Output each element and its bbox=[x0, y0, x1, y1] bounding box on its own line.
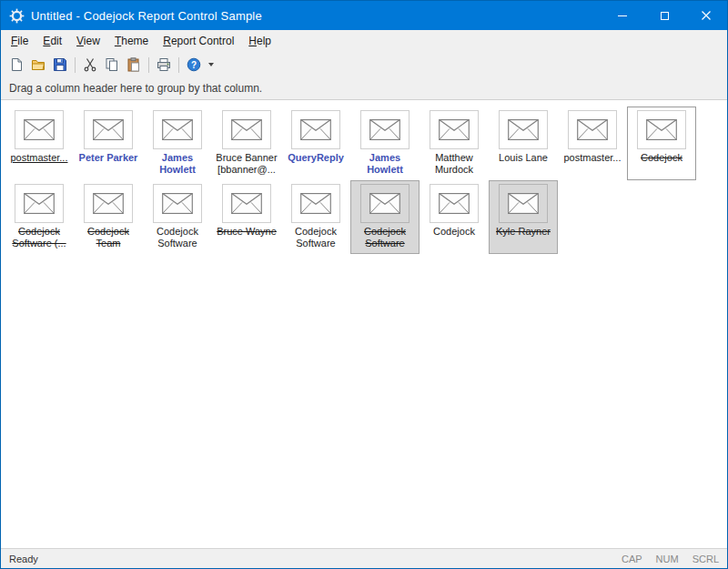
mail-item[interactable]: postmaster... bbox=[559, 107, 626, 179]
mail-icon-box bbox=[360, 110, 410, 149]
minimize-button[interactable] bbox=[602, 1, 643, 30]
mail-item[interactable]: Kyle Rayner bbox=[490, 181, 557, 253]
mail-item-label: Codejock Software bbox=[352, 226, 418, 249]
mail-icon-box bbox=[222, 110, 271, 149]
window-controls bbox=[602, 1, 727, 30]
help-icon: ? bbox=[187, 57, 201, 72]
mail-item-label: Peter Parker bbox=[79, 152, 138, 164]
mail-item-label: Codejock Team bbox=[76, 226, 141, 249]
save-icon bbox=[53, 57, 67, 72]
status-ready-text: Ready bbox=[9, 554, 38, 564]
title-bar: Untitled - Codejock Report Control Sampl… bbox=[1, 1, 727, 30]
mail-item-label: Codejock bbox=[641, 152, 682, 164]
envelope-icon bbox=[231, 119, 262, 140]
mail-item[interactable]: Matthew Murdock bbox=[420, 107, 488, 179]
envelope-icon bbox=[162, 119, 193, 140]
menu-item-help[interactable]: Help bbox=[241, 32, 278, 50]
mail-icon-box bbox=[84, 184, 133, 223]
mail-item[interactable]: James Howlett bbox=[351, 107, 419, 179]
num-lock-indicator: NUM bbox=[656, 554, 679, 564]
menu-item-edit[interactable]: Edit bbox=[35, 32, 69, 50]
report-control-content: postmaster... Peter Parker James Howlett bbox=[1, 100, 727, 548]
menu-bar: File Edit View Theme Report Control Help bbox=[1, 30, 727, 52]
mail-icon-box bbox=[430, 184, 479, 223]
mail-item[interactable]: Codejock Software bbox=[144, 181, 211, 253]
open-folder-button[interactable] bbox=[27, 55, 49, 76]
envelope-icon bbox=[300, 193, 331, 214]
close-icon bbox=[702, 11, 711, 20]
copy-icon bbox=[105, 57, 119, 72]
mail-item[interactable]: Codejock bbox=[628, 107, 695, 179]
help-dropdown-button[interactable] bbox=[205, 55, 216, 76]
mail-item-label: QueryReply bbox=[288, 152, 344, 164]
mail-item-label: Codejock Software bbox=[145, 226, 210, 249]
mail-item[interactable]: QueryReply bbox=[282, 107, 349, 179]
mail-item[interactable]: Codejock Software bbox=[282, 181, 349, 253]
envelope-icon bbox=[24, 193, 55, 214]
maximize-button[interactable] bbox=[643, 1, 685, 30]
mail-icon-box bbox=[15, 110, 64, 149]
mail-icon-box bbox=[499, 184, 548, 223]
menu-item-theme[interactable]: Theme bbox=[107, 32, 156, 50]
print-button[interactable] bbox=[153, 55, 175, 76]
mail-item[interactable]: James Howlett bbox=[144, 107, 211, 179]
mail-icon-box bbox=[430, 110, 479, 149]
status-bar: Ready CAP NUM SCRL bbox=[1, 548, 727, 568]
mail-item[interactable]: Codejock Software bbox=[351, 181, 419, 253]
toolbar-separator bbox=[178, 57, 179, 73]
mail-item[interactable]: Codejock bbox=[420, 181, 488, 253]
mail-item-label: James Howlett bbox=[352, 152, 418, 176]
svg-text:?: ? bbox=[191, 60, 197, 70]
mail-icon-box bbox=[84, 110, 133, 149]
mail-item-label: Louis Lane bbox=[499, 152, 548, 164]
mail-item[interactable]: Codejock Team bbox=[75, 181, 142, 253]
mail-item[interactable]: Codejock Software (... bbox=[5, 181, 73, 253]
cut-button[interactable] bbox=[79, 55, 101, 76]
maximize-icon bbox=[661, 12, 669, 20]
mail-item-label: postmaster... bbox=[564, 152, 622, 164]
mail-item[interactable]: postmaster... bbox=[5, 107, 73, 179]
mail-item[interactable]: Louis Lane bbox=[490, 107, 557, 179]
group-by-hint-text: Drag a column header here to group by th… bbox=[9, 82, 262, 95]
mail-icon-box bbox=[153, 184, 202, 223]
toolbar-separator bbox=[148, 57, 149, 73]
toolbar-separator bbox=[75, 57, 76, 73]
envelope-icon bbox=[93, 119, 124, 140]
mail-item-label: James Howlett bbox=[145, 152, 210, 176]
help-button[interactable]: ? bbox=[183, 55, 205, 76]
menu-item-view[interactable]: View bbox=[69, 32, 107, 50]
envelope-icon bbox=[508, 193, 539, 214]
mail-item[interactable]: Bruce Wayne bbox=[213, 181, 280, 253]
close-button[interactable] bbox=[685, 1, 727, 30]
mail-icon-box bbox=[291, 184, 340, 223]
menu-item-file[interactable]: File bbox=[4, 32, 35, 50]
window-title: Untitled - Codejock Report Control Sampl… bbox=[31, 9, 262, 23]
mail-item[interactable]: Bruce Banner [bbanner@... bbox=[213, 107, 280, 179]
mail-item[interactable]: Peter Parker bbox=[75, 107, 142, 179]
group-by-bar[interactable]: Drag a column header here to group by th… bbox=[1, 77, 727, 100]
envelope-icon bbox=[439, 193, 470, 214]
new-document-button[interactable] bbox=[5, 55, 27, 76]
mail-item-label: Kyle Rayner bbox=[496, 226, 551, 238]
mail-item-label: Codejock bbox=[433, 226, 475, 238]
mail-item-label: postmaster... bbox=[11, 152, 68, 164]
mail-icon-box bbox=[568, 110, 617, 149]
paste-clipboard-icon bbox=[126, 57, 141, 72]
save-button[interactable] bbox=[49, 55, 71, 76]
mail-item-label: Bruce Wayne bbox=[217, 226, 277, 238]
app-gear-icon bbox=[9, 8, 25, 24]
mail-grid: postmaster... Peter Parker James Howlett bbox=[1, 100, 727, 260]
new-document-icon bbox=[9, 57, 24, 72]
envelope-icon bbox=[508, 119, 539, 140]
envelope-icon bbox=[300, 119, 331, 140]
copy-button[interactable] bbox=[101, 55, 123, 76]
menu-item-report-control[interactable]: Report Control bbox=[156, 32, 241, 50]
mail-icon-box bbox=[360, 184, 410, 223]
envelope-icon bbox=[162, 193, 193, 214]
envelope-icon bbox=[439, 119, 470, 140]
chevron-down-icon bbox=[208, 63, 214, 66]
mail-icon-box bbox=[153, 110, 202, 149]
mail-icon-box bbox=[499, 110, 548, 149]
envelope-icon bbox=[369, 193, 400, 214]
paste-button[interactable] bbox=[123, 55, 145, 76]
